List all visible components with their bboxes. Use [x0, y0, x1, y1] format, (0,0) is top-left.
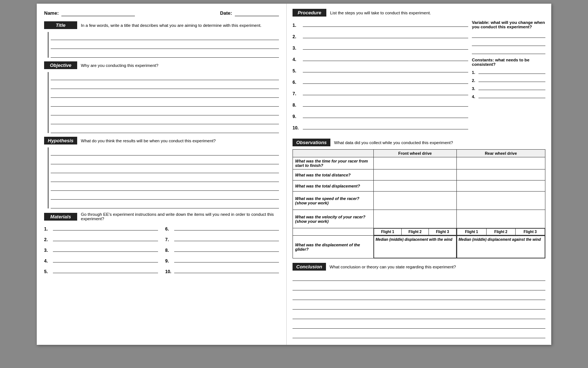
obj-line-4[interactable]	[51, 99, 279, 107]
proc-num-5: 5.	[293, 68, 303, 74]
proc-step-10: 10.	[293, 123, 468, 131]
date-input[interactable]	[235, 10, 279, 16]
conc-line-1[interactable]	[293, 273, 545, 281]
obs-row-2-rwd[interactable]	[456, 169, 545, 181]
obs-row-3-label: What was the total displacement?	[293, 181, 374, 192]
hyp-line-3[interactable]	[51, 165, 279, 173]
hyp-line-2[interactable]	[51, 156, 279, 164]
mat-line-4[interactable]	[53, 256, 158, 262]
const-line-2[interactable]	[478, 76, 545, 82]
obs-row-2-fwd[interactable]	[374, 169, 457, 181]
mat-line-7[interactable]	[174, 235, 279, 241]
proc-num-1: 1.	[293, 23, 303, 28]
mat-num-6: 6.	[165, 226, 174, 232]
hyp-line-5[interactable]	[51, 183, 279, 191]
mat-line-9[interactable]	[174, 256, 279, 262]
variable-line-2[interactable]	[472, 39, 545, 46]
obs-row-4-rwd[interactable]	[456, 192, 545, 210]
mat-item-1: 1.	[44, 224, 158, 232]
materials-label: Materials	[44, 213, 77, 221]
obs-row-3-rwd[interactable]	[456, 181, 545, 192]
conc-line-2[interactable]	[293, 282, 545, 290]
observations-desc: What data did you collect while you cond…	[334, 140, 453, 145]
mat-num-1: 1.	[44, 226, 53, 232]
proc-line-7[interactable]	[303, 89, 468, 95]
mat-num-8: 8.	[165, 248, 174, 253]
mat-line-3[interactable]	[53, 245, 158, 252]
const-line-1[interactable]	[478, 68, 545, 74]
const-line-3[interactable]	[478, 84, 545, 90]
date-label: Date:	[220, 10, 232, 16]
conc-line-5[interactable]	[293, 311, 545, 319]
obs-row-1-rwd[interactable]	[456, 157, 545, 169]
mat-item-9: 9.	[165, 256, 279, 264]
proc-num-10: 10.	[293, 125, 303, 131]
conc-line-3[interactable]	[293, 292, 545, 300]
obs-col-fwd: Front wheel drive	[374, 150, 457, 157]
hypothesis-section-header: Hypothesis What do you think the results…	[44, 137, 279, 144]
proc-line-4[interactable]	[303, 54, 468, 61]
const-num-4: 4.	[472, 94, 478, 99]
mat-num-2: 2.	[44, 237, 53, 242]
const-line-4[interactable]	[478, 92, 545, 98]
mat-line-10[interactable]	[174, 267, 279, 273]
name-input[interactable]	[61, 10, 135, 16]
hypothesis-label: Hypothesis	[44, 137, 77, 144]
glider-fwd-label: Median (middle) displacement with the wi…	[374, 236, 456, 258]
obs-row-3-fwd[interactable]	[374, 181, 457, 192]
proc-line-3[interactable]	[303, 43, 468, 50]
proc-line-5[interactable]	[303, 66, 468, 72]
obs-row-2: What was the total distance?	[293, 169, 545, 181]
mat-line-6[interactable]	[174, 224, 279, 231]
mat-item-8: 8.	[165, 245, 279, 253]
proc-line-10[interactable]	[303, 123, 468, 129]
hyp-line-4[interactable]	[51, 174, 279, 182]
proc-step-1: 1.	[293, 20, 468, 28]
variable-line-1[interactable]	[472, 31, 545, 38]
mat-num-7: 7.	[165, 237, 174, 242]
obs-row-1-fwd[interactable]	[374, 157, 457, 169]
proc-line-2[interactable]	[303, 32, 468, 38]
title-line-1[interactable]	[51, 32, 279, 40]
observations-table: Front wheel drive Rear wheel drive What …	[293, 149, 545, 258]
obj-line-6[interactable]	[51, 116, 279, 124]
mat-line-2[interactable]	[53, 235, 158, 241]
mat-item-4: 4.	[44, 256, 158, 264]
obs-row-5-fwd[interactable]	[374, 210, 457, 228]
obs-row-4-fwd[interactable]	[374, 192, 457, 210]
title-write-area	[48, 32, 279, 58]
proc-step-6: 6.	[293, 77, 468, 85]
mat-line-8[interactable]	[174, 245, 279, 252]
proc-line-1[interactable]	[303, 20, 468, 27]
hyp-line-6[interactable]	[51, 192, 279, 200]
mat-item-2: 2.	[44, 235, 158, 242]
conc-line-7[interactable]	[293, 330, 545, 338]
variable-line-3[interactable]	[472, 47, 545, 54]
proc-step-7: 7.	[293, 89, 468, 96]
conc-line-4[interactable]	[293, 301, 545, 310]
procedure-content: 1. 2. 3. 4. 5.	[293, 20, 545, 134]
mat-line-5[interactable]	[53, 267, 158, 273]
proc-line-9[interactable]	[303, 111, 468, 118]
title-line-2[interactable]	[51, 41, 279, 49]
proc-num-2: 2.	[293, 34, 303, 39]
hyp-line-7[interactable]	[51, 200, 279, 208]
obs-row-5-rwd[interactable]	[456, 210, 545, 228]
proc-line-8[interactable]	[303, 100, 468, 107]
hyp-line-1[interactable]	[51, 147, 279, 156]
obs-glider-row: What was the displacement of the glider?…	[293, 236, 545, 258]
obj-line-3[interactable]	[51, 90, 279, 98]
title-line-3[interactable]	[51, 50, 279, 58]
conclusion-write-area	[293, 273, 545, 338]
obj-line-7[interactable]	[51, 125, 279, 133]
observations-label: Observations	[293, 139, 330, 146]
proc-num-8: 8.	[293, 103, 303, 108]
conc-line-6[interactable]	[293, 321, 545, 329]
obj-line-5[interactable]	[51, 107, 279, 115]
obs-glider-subheader-empty	[293, 228, 374, 236]
mat-num-9: 9.	[165, 258, 174, 264]
mat-line-1[interactable]	[53, 224, 158, 231]
proc-line-6[interactable]	[303, 77, 468, 84]
obj-line-2[interactable]	[51, 81, 279, 89]
obj-line-1[interactable]	[51, 72, 279, 80]
